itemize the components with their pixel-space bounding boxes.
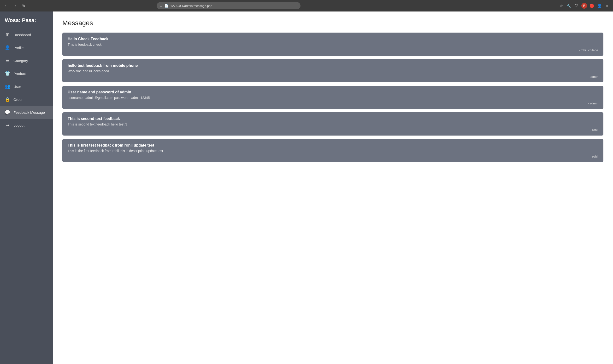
message-title: hello test feedback from mobile phone bbox=[68, 64, 598, 68]
sidebar-item-label: Feedback Message bbox=[14, 110, 45, 115]
message-card: User name and password of admin username… bbox=[62, 86, 603, 109]
main-content: Messages Hello Check Feedback This is fe… bbox=[53, 12, 613, 364]
message-card: hello test feedback from mobile phone Wo… bbox=[62, 59, 603, 82]
messages-container: Hello Check Feedback This is feedback ch… bbox=[62, 33, 603, 162]
page-icon: 📄 bbox=[165, 4, 168, 8]
category-icon: ☰ bbox=[5, 58, 10, 63]
page-title: Messages bbox=[62, 19, 603, 27]
sidebar-item-label: Dashboard bbox=[14, 33, 31, 37]
sidebar-item-label: Logout bbox=[14, 123, 25, 127]
profile-icon[interactable]: R bbox=[581, 3, 587, 9]
message-body: This is feedback check bbox=[68, 43, 598, 46]
refresh-button[interactable]: ↻ bbox=[20, 2, 27, 9]
message-author: - rohil bbox=[68, 128, 598, 132]
order-icon: 🔒 bbox=[5, 97, 10, 102]
menu-icon[interactable]: ≡ bbox=[604, 3, 610, 9]
message-card: This is second text feedback This is sec… bbox=[62, 112, 603, 136]
browser-actions: ☆ 🔧 🛡 R 🔴 👤 ≡ bbox=[558, 3, 610, 9]
message-author: - rohil bbox=[68, 155, 598, 158]
sidebar-item-dashboard[interactable]: ⊞Dashboard bbox=[0, 28, 53, 41]
sidebar-item-user[interactable]: 👥User bbox=[0, 80, 53, 93]
sidebar: Wosa: Pasa: ⊞Dashboard👤Profile☰Category👕… bbox=[0, 12, 53, 364]
sidebar-item-profile[interactable]: 👤Profile bbox=[0, 41, 53, 54]
message-author: - admin bbox=[68, 75, 598, 78]
message-title: Hello Check Feedback bbox=[68, 37, 598, 41]
feedback-icon: 💬 bbox=[5, 110, 10, 115]
sidebar-item-product[interactable]: 👕Product bbox=[0, 67, 53, 80]
sidebar-item-label: Product bbox=[14, 72, 26, 76]
url-text: 127.0.0.1/admin/message.php bbox=[170, 4, 212, 8]
tools-icon[interactable]: 🔧 bbox=[566, 3, 572, 9]
back-button[interactable]: ← bbox=[3, 2, 10, 9]
address-bar[interactable]: 🛡 📄 127.0.0.1/admin/message.php bbox=[157, 2, 301, 9]
app-container: Wosa: Pasa: ⊞Dashboard👤Profile☰Category👕… bbox=[0, 12, 613, 364]
sidebar-item-order[interactable]: 🔒Order bbox=[0, 93, 53, 106]
message-card: This is first test feedback from rohil u… bbox=[62, 139, 603, 162]
sidebar-item-label: User bbox=[14, 85, 21, 89]
avatar-icon[interactable]: 👤 bbox=[597, 3, 602, 9]
star-icon[interactable]: ☆ bbox=[558, 3, 564, 9]
logout-icon: ➜ bbox=[5, 123, 10, 128]
extension-icon[interactable]: 🔴 bbox=[589, 3, 595, 9]
message-author: - rohil_college bbox=[68, 48, 598, 52]
message-body: This is second text feedback hello test … bbox=[68, 122, 598, 126]
shield-icon[interactable]: 🛡 bbox=[574, 3, 579, 9]
profile-icon: 👤 bbox=[5, 45, 10, 50]
product-icon: 👕 bbox=[5, 71, 10, 76]
sidebar-item-label: Category bbox=[14, 59, 28, 63]
message-title: User name and password of admin bbox=[68, 90, 598, 94]
message-body: username : admin@gmail.com password : ad… bbox=[68, 96, 598, 100]
message-title: This is second text feedback bbox=[68, 117, 598, 121]
message-card: Hello Check Feedback This is feedback ch… bbox=[62, 33, 603, 56]
sidebar-item-feedback[interactable]: 💬Feedback Message bbox=[0, 106, 53, 119]
browser-chrome: ← → ↻ 🛡 📄 127.0.0.1/admin/message.php ☆ … bbox=[0, 0, 613, 12]
message-author: - admin bbox=[68, 102, 598, 105]
sidebar-item-category[interactable]: ☰Category bbox=[0, 54, 53, 67]
sidebar-nav: ⊞Dashboard👤Profile☰Category👕Product👥User… bbox=[0, 28, 53, 132]
sidebar-item-label: Profile bbox=[14, 46, 24, 50]
message-body: This is the first feedback from rohil th… bbox=[68, 149, 598, 153]
sidebar-item-label: Order bbox=[14, 97, 23, 102]
sidebar-item-logout[interactable]: ➜Logout bbox=[0, 119, 53, 132]
sidebar-logo: Wosa: Pasa: bbox=[0, 12, 53, 28]
dashboard-icon: ⊞ bbox=[5, 32, 10, 37]
user-icon: 👥 bbox=[5, 84, 10, 89]
message-body: Work fine and ui looks good bbox=[68, 69, 598, 73]
forward-button[interactable]: → bbox=[12, 2, 18, 9]
security-icon: 🛡 bbox=[159, 4, 163, 8]
message-title: This is first test feedback from rohil u… bbox=[68, 143, 598, 147]
